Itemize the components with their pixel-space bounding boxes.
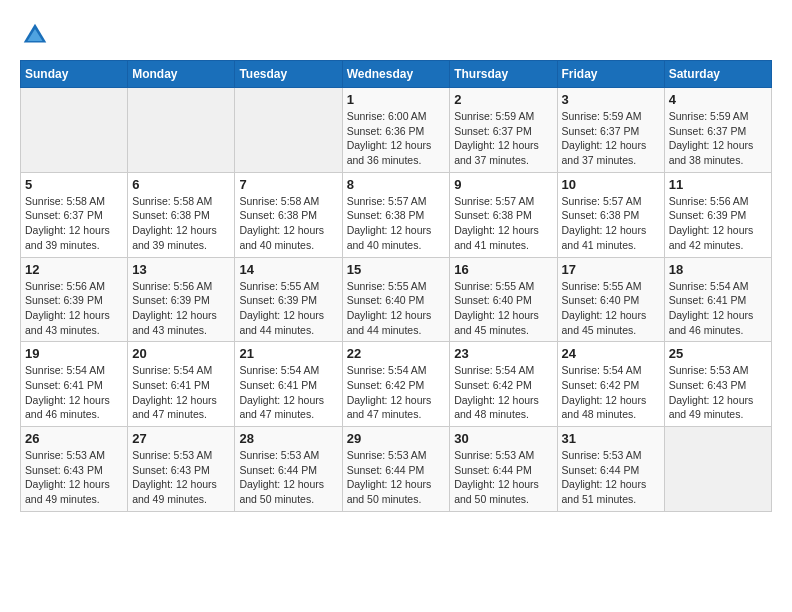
day-number: 5 bbox=[25, 177, 123, 192]
day-number: 7 bbox=[239, 177, 337, 192]
calendar-cell: 16Sunrise: 5:55 AMSunset: 6:40 PMDayligh… bbox=[450, 257, 557, 342]
calendar-cell: 8Sunrise: 5:57 AMSunset: 6:38 PMDaylight… bbox=[342, 172, 450, 257]
day-number: 11 bbox=[669, 177, 767, 192]
calendar-cell: 10Sunrise: 5:57 AMSunset: 6:38 PMDayligh… bbox=[557, 172, 664, 257]
day-number: 4 bbox=[669, 92, 767, 107]
day-info: Sunrise: 5:59 AMSunset: 6:37 PMDaylight:… bbox=[669, 109, 767, 168]
calendar-cell: 20Sunrise: 5:54 AMSunset: 6:41 PMDayligh… bbox=[128, 342, 235, 427]
day-number: 6 bbox=[132, 177, 230, 192]
calendar-cell: 12Sunrise: 5:56 AMSunset: 6:39 PMDayligh… bbox=[21, 257, 128, 342]
logo bbox=[20, 20, 54, 50]
day-info: Sunrise: 5:53 AMSunset: 6:43 PMDaylight:… bbox=[25, 448, 123, 507]
day-number: 27 bbox=[132, 431, 230, 446]
day-number: 23 bbox=[454, 346, 552, 361]
calendar-cell: 11Sunrise: 5:56 AMSunset: 6:39 PMDayligh… bbox=[664, 172, 771, 257]
day-number: 30 bbox=[454, 431, 552, 446]
day-number: 20 bbox=[132, 346, 230, 361]
calendar-cell: 23Sunrise: 5:54 AMSunset: 6:42 PMDayligh… bbox=[450, 342, 557, 427]
calendar-cell: 26Sunrise: 5:53 AMSunset: 6:43 PMDayligh… bbox=[21, 427, 128, 512]
calendar-cell: 27Sunrise: 5:53 AMSunset: 6:43 PMDayligh… bbox=[128, 427, 235, 512]
day-number: 2 bbox=[454, 92, 552, 107]
calendar-cell bbox=[235, 88, 342, 173]
day-info: Sunrise: 5:57 AMSunset: 6:38 PMDaylight:… bbox=[347, 194, 446, 253]
calendar-cell: 15Sunrise: 5:55 AMSunset: 6:40 PMDayligh… bbox=[342, 257, 450, 342]
day-info: Sunrise: 5:56 AMSunset: 6:39 PMDaylight:… bbox=[132, 279, 230, 338]
calendar-cell: 1Sunrise: 6:00 AMSunset: 6:36 PMDaylight… bbox=[342, 88, 450, 173]
calendar-cell: 13Sunrise: 5:56 AMSunset: 6:39 PMDayligh… bbox=[128, 257, 235, 342]
weekday-wednesday: Wednesday bbox=[342, 61, 450, 88]
day-number: 31 bbox=[562, 431, 660, 446]
calendar-cell: 9Sunrise: 5:57 AMSunset: 6:38 PMDaylight… bbox=[450, 172, 557, 257]
day-info: Sunrise: 5:54 AMSunset: 6:41 PMDaylight:… bbox=[239, 363, 337, 422]
day-info: Sunrise: 5:59 AMSunset: 6:37 PMDaylight:… bbox=[454, 109, 552, 168]
calendar-cell: 7Sunrise: 5:58 AMSunset: 6:38 PMDaylight… bbox=[235, 172, 342, 257]
calendar-cell: 5Sunrise: 5:58 AMSunset: 6:37 PMDaylight… bbox=[21, 172, 128, 257]
weekday-sunday: Sunday bbox=[21, 61, 128, 88]
calendar-cell: 6Sunrise: 5:58 AMSunset: 6:38 PMDaylight… bbox=[128, 172, 235, 257]
day-number: 8 bbox=[347, 177, 446, 192]
calendar-cell bbox=[664, 427, 771, 512]
weekday-tuesday: Tuesday bbox=[235, 61, 342, 88]
day-info: Sunrise: 5:57 AMSunset: 6:38 PMDaylight:… bbox=[454, 194, 552, 253]
calendar-cell: 2Sunrise: 5:59 AMSunset: 6:37 PMDaylight… bbox=[450, 88, 557, 173]
day-number: 21 bbox=[239, 346, 337, 361]
day-info: Sunrise: 5:54 AMSunset: 6:42 PMDaylight:… bbox=[347, 363, 446, 422]
day-number: 13 bbox=[132, 262, 230, 277]
calendar-cell: 19Sunrise: 5:54 AMSunset: 6:41 PMDayligh… bbox=[21, 342, 128, 427]
day-number: 19 bbox=[25, 346, 123, 361]
day-number: 16 bbox=[454, 262, 552, 277]
day-info: Sunrise: 5:58 AMSunset: 6:37 PMDaylight:… bbox=[25, 194, 123, 253]
day-number: 10 bbox=[562, 177, 660, 192]
calendar-week-1: 1Sunrise: 6:00 AMSunset: 6:36 PMDaylight… bbox=[21, 88, 772, 173]
day-info: Sunrise: 5:56 AMSunset: 6:39 PMDaylight:… bbox=[25, 279, 123, 338]
day-info: Sunrise: 5:58 AMSunset: 6:38 PMDaylight:… bbox=[132, 194, 230, 253]
day-info: Sunrise: 5:53 AMSunset: 6:43 PMDaylight:… bbox=[669, 363, 767, 422]
day-number: 3 bbox=[562, 92, 660, 107]
day-info: Sunrise: 5:56 AMSunset: 6:39 PMDaylight:… bbox=[669, 194, 767, 253]
calendar-body: 1Sunrise: 6:00 AMSunset: 6:36 PMDaylight… bbox=[21, 88, 772, 512]
day-number: 9 bbox=[454, 177, 552, 192]
day-info: Sunrise: 5:55 AMSunset: 6:40 PMDaylight:… bbox=[347, 279, 446, 338]
calendar-cell: 21Sunrise: 5:54 AMSunset: 6:41 PMDayligh… bbox=[235, 342, 342, 427]
day-info: Sunrise: 5:54 AMSunset: 6:42 PMDaylight:… bbox=[562, 363, 660, 422]
day-info: Sunrise: 5:54 AMSunset: 6:41 PMDaylight:… bbox=[25, 363, 123, 422]
calendar-cell bbox=[128, 88, 235, 173]
calendar-cell: 31Sunrise: 5:53 AMSunset: 6:44 PMDayligh… bbox=[557, 427, 664, 512]
day-number: 17 bbox=[562, 262, 660, 277]
calendar-week-2: 5Sunrise: 5:58 AMSunset: 6:37 PMDaylight… bbox=[21, 172, 772, 257]
weekday-saturday: Saturday bbox=[664, 61, 771, 88]
calendar-week-4: 19Sunrise: 5:54 AMSunset: 6:41 PMDayligh… bbox=[21, 342, 772, 427]
calendar-week-5: 26Sunrise: 5:53 AMSunset: 6:43 PMDayligh… bbox=[21, 427, 772, 512]
calendar-cell: 22Sunrise: 5:54 AMSunset: 6:42 PMDayligh… bbox=[342, 342, 450, 427]
calendar-cell: 17Sunrise: 5:55 AMSunset: 6:40 PMDayligh… bbox=[557, 257, 664, 342]
day-number: 24 bbox=[562, 346, 660, 361]
calendar-table: SundayMondayTuesdayWednesdayThursdayFrid… bbox=[20, 60, 772, 512]
day-number: 25 bbox=[669, 346, 767, 361]
weekday-thursday: Thursday bbox=[450, 61, 557, 88]
calendar-cell: 14Sunrise: 5:55 AMSunset: 6:39 PMDayligh… bbox=[235, 257, 342, 342]
day-info: Sunrise: 5:55 AMSunset: 6:39 PMDaylight:… bbox=[239, 279, 337, 338]
calendar-cell: 29Sunrise: 5:53 AMSunset: 6:44 PMDayligh… bbox=[342, 427, 450, 512]
day-info: Sunrise: 5:54 AMSunset: 6:42 PMDaylight:… bbox=[454, 363, 552, 422]
day-info: Sunrise: 5:53 AMSunset: 6:44 PMDaylight:… bbox=[454, 448, 552, 507]
calendar-cell bbox=[21, 88, 128, 173]
day-number: 14 bbox=[239, 262, 337, 277]
calendar-cell: 30Sunrise: 5:53 AMSunset: 6:44 PMDayligh… bbox=[450, 427, 557, 512]
calendar-cell: 3Sunrise: 5:59 AMSunset: 6:37 PMDaylight… bbox=[557, 88, 664, 173]
calendar-cell: 18Sunrise: 5:54 AMSunset: 6:41 PMDayligh… bbox=[664, 257, 771, 342]
calendar-cell: 25Sunrise: 5:53 AMSunset: 6:43 PMDayligh… bbox=[664, 342, 771, 427]
day-number: 12 bbox=[25, 262, 123, 277]
day-number: 26 bbox=[25, 431, 123, 446]
day-info: Sunrise: 6:00 AMSunset: 6:36 PMDaylight:… bbox=[347, 109, 446, 168]
day-number: 15 bbox=[347, 262, 446, 277]
day-number: 28 bbox=[239, 431, 337, 446]
weekday-header-row: SundayMondayTuesdayWednesdayThursdayFrid… bbox=[21, 61, 772, 88]
calendar-cell: 28Sunrise: 5:53 AMSunset: 6:44 PMDayligh… bbox=[235, 427, 342, 512]
calendar-cell: 4Sunrise: 5:59 AMSunset: 6:37 PMDaylight… bbox=[664, 88, 771, 173]
logo-icon bbox=[20, 20, 50, 50]
day-number: 1 bbox=[347, 92, 446, 107]
day-info: Sunrise: 5:58 AMSunset: 6:38 PMDaylight:… bbox=[239, 194, 337, 253]
page-header bbox=[20, 20, 772, 50]
day-info: Sunrise: 5:54 AMSunset: 6:41 PMDaylight:… bbox=[669, 279, 767, 338]
day-info: Sunrise: 5:53 AMSunset: 6:44 PMDaylight:… bbox=[347, 448, 446, 507]
